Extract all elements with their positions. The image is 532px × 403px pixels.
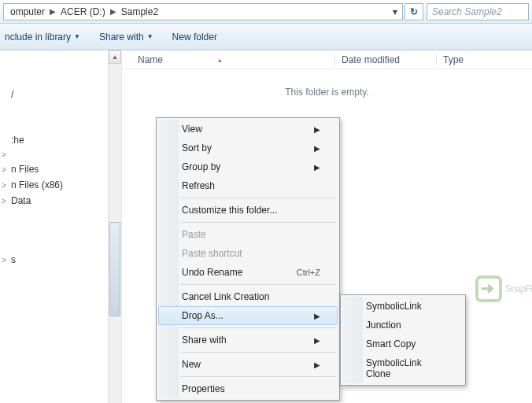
menu-item-share-with[interactable]: Share with▶ (158, 331, 338, 349)
sort-ascending-icon: ▴ (218, 56, 222, 64)
tree-item[interactable]: >n Files (x86) (0, 177, 121, 193)
column-separator[interactable] (334, 54, 335, 65)
menu-separator (180, 222, 336, 223)
search-placeholder: Search Sample2 (432, 6, 502, 17)
chevron-right-icon[interactable]: ▶ (48, 7, 57, 16)
submenu-item-symboliclink[interactable]: SymbolicLink (342, 297, 464, 316)
menu-item-customize[interactable]: Customize this folder... (158, 201, 338, 220)
menu-item-drop-as[interactable]: Drop As...▶ (158, 306, 338, 325)
new-folder-button[interactable]: New folder (172, 31, 217, 43)
context-menu: View▶ Sort by▶ Group by▶ Refresh Customi… (156, 117, 340, 401)
menu-item-view[interactable]: View▶ (158, 120, 338, 139)
breadcrumb-item[interactable]: Sample2 (118, 6, 161, 17)
chevron-down-icon: ▼ (147, 33, 153, 40)
expander-icon[interactable]: > (2, 181, 9, 190)
tree-item[interactable]: > (0, 148, 121, 161)
expander-icon[interactable]: > (2, 197, 9, 205)
column-header-date[interactable]: Date modified (342, 54, 436, 65)
breadcrumb-item[interactable]: omputer (7, 6, 48, 17)
menu-item-group-by[interactable]: Group by▶ (158, 157, 338, 176)
menu-item-paste: Paste (158, 225, 338, 244)
menu-separator (180, 284, 336, 285)
submenu-arrow-icon: ▶ (314, 125, 320, 134)
menu-separator (180, 376, 336, 377)
menu-separator (180, 198, 336, 198)
submenu-arrow-icon: ▶ (314, 144, 320, 153)
refresh-button[interactable]: ↻ (405, 3, 423, 20)
submenu-drop-as: SymbolicLink Junction Smart Copy Symboli… (340, 294, 466, 386)
toolbar: nclude in library ▼ Share with ▼ New fol… (0, 24, 532, 50)
scroll-up-button[interactable]: ▲ (109, 50, 121, 64)
submenu-arrow-icon: ▶ (314, 163, 320, 172)
chevron-down-icon[interactable]: ▾ (388, 6, 402, 17)
include-in-library-button[interactable]: nclude in library ▼ (5, 31, 80, 43)
breadcrumb[interactable]: omputer ▶ ACER (D:) ▶ Sample2 ▾ (3, 3, 403, 20)
navigation-tree: / :he > >n Files >n Files (x86) >Data >s… (0, 50, 122, 403)
sidebar-scrollbar[interactable]: ▲ (108, 50, 121, 403)
keyboard-shortcut: Ctrl+Z (297, 268, 320, 277)
menu-item-properties[interactable]: Properties (158, 379, 338, 398)
scroll-thumb[interactable] (109, 222, 120, 316)
menu-item-refresh[interactable]: Refresh (158, 176, 338, 195)
chevron-down-icon: ▼ (74, 33, 80, 40)
menu-item-sort-by[interactable]: Sort by▶ (158, 139, 338, 157)
submenu-item-symboliclink-clone[interactable]: SymbolicLink Clone (342, 353, 464, 383)
menu-item-undo-rename[interactable]: Undo RenameCtrl+Z (158, 263, 338, 282)
submenu-arrow-icon: ▶ (314, 360, 320, 369)
empty-folder-message: This folder is empty. (122, 87, 532, 98)
column-separator[interactable] (436, 54, 437, 65)
submenu-arrow-icon: ▶ (314, 312, 320, 320)
menu-separator (180, 327, 336, 328)
menu-item-new[interactable]: New▶ (158, 355, 338, 374)
address-bar: omputer ▶ ACER (D:) ▶ Sample2 ▾ ↻ Search… (0, 0, 532, 24)
column-header-type[interactable]: Type (443, 54, 532, 65)
menu-separator (180, 352, 336, 353)
tree-item[interactable]: :he (0, 132, 121, 148)
menu-item-cancel-link[interactable]: Cancel Link Creation (158, 287, 338, 306)
tree-item[interactable]: >s (0, 252, 121, 268)
refresh-icon: ↻ (410, 6, 418, 17)
column-headers: Name ▴ Date modified Type (122, 50, 532, 69)
menu-item-paste-shortcut: Paste shortcut (158, 244, 338, 263)
expander-icon[interactable]: > (2, 165, 9, 174)
expander-icon[interactable]: > (2, 150, 9, 159)
expander-icon[interactable]: > (2, 256, 9, 264)
tree-item[interactable]: >n Files (0, 161, 121, 177)
column-header-name[interactable]: Name ▴ (122, 54, 334, 65)
share-with-button[interactable]: Share with ▼ (99, 31, 153, 43)
tree-item[interactable]: / (0, 87, 121, 102)
search-input[interactable]: Search Sample2 (427, 3, 529, 20)
submenu-arrow-icon: ▶ (314, 336, 320, 345)
breadcrumb-item[interactable]: ACER (D:) (57, 6, 109, 17)
submenu-item-junction[interactable]: Junction (342, 316, 464, 335)
tree-item[interactable]: >Data (0, 193, 121, 209)
chevron-right-icon[interactable]: ▶ (109, 7, 118, 16)
submenu-item-smart-copy[interactable]: Smart Copy (342, 335, 464, 353)
